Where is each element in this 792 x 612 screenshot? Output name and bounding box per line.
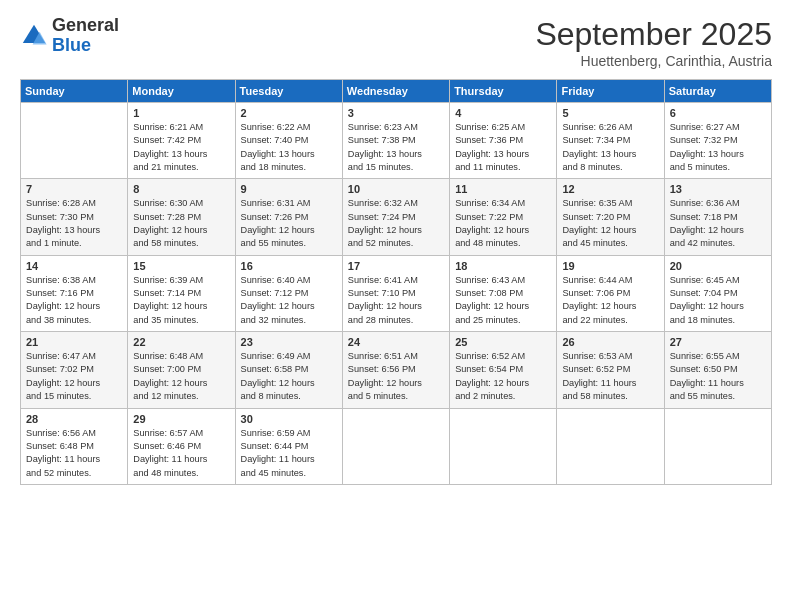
day-cell: 27Sunrise: 6:55 AMSunset: 6:50 PMDayligh… bbox=[664, 332, 771, 408]
day-number: 14 bbox=[26, 260, 122, 272]
day-number: 21 bbox=[26, 336, 122, 348]
day-number: 6 bbox=[670, 107, 766, 119]
day-number: 12 bbox=[562, 183, 658, 195]
day-number: 15 bbox=[133, 260, 229, 272]
day-cell: 25Sunrise: 6:52 AMSunset: 6:54 PMDayligh… bbox=[450, 332, 557, 408]
day-cell bbox=[21, 103, 128, 179]
day-cell: 23Sunrise: 6:49 AMSunset: 6:58 PMDayligh… bbox=[235, 332, 342, 408]
day-number: 1 bbox=[133, 107, 229, 119]
day-info: Sunrise: 6:53 AMSunset: 6:52 PMDaylight:… bbox=[562, 350, 658, 403]
day-number: 13 bbox=[670, 183, 766, 195]
day-info: Sunrise: 6:31 AMSunset: 7:26 PMDaylight:… bbox=[241, 197, 337, 250]
day-number: 29 bbox=[133, 413, 229, 425]
weekday-header-monday: Monday bbox=[128, 80, 235, 103]
day-info: Sunrise: 6:28 AMSunset: 7:30 PMDaylight:… bbox=[26, 197, 122, 250]
calendar-table: SundayMondayTuesdayWednesdayThursdayFrid… bbox=[20, 79, 772, 485]
day-number: 24 bbox=[348, 336, 444, 348]
day-cell: 18Sunrise: 6:43 AMSunset: 7:08 PMDayligh… bbox=[450, 255, 557, 331]
day-cell: 16Sunrise: 6:40 AMSunset: 7:12 PMDayligh… bbox=[235, 255, 342, 331]
day-cell: 13Sunrise: 6:36 AMSunset: 7:18 PMDayligh… bbox=[664, 179, 771, 255]
day-cell bbox=[664, 408, 771, 484]
day-cell: 4Sunrise: 6:25 AMSunset: 7:36 PMDaylight… bbox=[450, 103, 557, 179]
day-number: 3 bbox=[348, 107, 444, 119]
logo-blue: Blue bbox=[52, 35, 91, 55]
weekday-header-friday: Friday bbox=[557, 80, 664, 103]
day-info: Sunrise: 6:40 AMSunset: 7:12 PMDaylight:… bbox=[241, 274, 337, 327]
day-number: 7 bbox=[26, 183, 122, 195]
day-cell: 12Sunrise: 6:35 AMSunset: 7:20 PMDayligh… bbox=[557, 179, 664, 255]
day-info: Sunrise: 6:47 AMSunset: 7:02 PMDaylight:… bbox=[26, 350, 122, 403]
weekday-header-sunday: Sunday bbox=[21, 80, 128, 103]
day-info: Sunrise: 6:23 AMSunset: 7:38 PMDaylight:… bbox=[348, 121, 444, 174]
day-cell: 20Sunrise: 6:45 AMSunset: 7:04 PMDayligh… bbox=[664, 255, 771, 331]
day-cell: 24Sunrise: 6:51 AMSunset: 6:56 PMDayligh… bbox=[342, 332, 449, 408]
week-row-4: 21Sunrise: 6:47 AMSunset: 7:02 PMDayligh… bbox=[21, 332, 772, 408]
day-info: Sunrise: 6:35 AMSunset: 7:20 PMDaylight:… bbox=[562, 197, 658, 250]
weekday-header-row: SundayMondayTuesdayWednesdayThursdayFrid… bbox=[21, 80, 772, 103]
day-info: Sunrise: 6:52 AMSunset: 6:54 PMDaylight:… bbox=[455, 350, 551, 403]
weekday-header-tuesday: Tuesday bbox=[235, 80, 342, 103]
day-cell: 7Sunrise: 6:28 AMSunset: 7:30 PMDaylight… bbox=[21, 179, 128, 255]
weekday-header-wednesday: Wednesday bbox=[342, 80, 449, 103]
day-info: Sunrise: 6:27 AMSunset: 7:32 PMDaylight:… bbox=[670, 121, 766, 174]
day-number: 23 bbox=[241, 336, 337, 348]
day-number: 25 bbox=[455, 336, 551, 348]
day-info: Sunrise: 6:32 AMSunset: 7:24 PMDaylight:… bbox=[348, 197, 444, 250]
weekday-header-thursday: Thursday bbox=[450, 80, 557, 103]
week-row-5: 28Sunrise: 6:56 AMSunset: 6:48 PMDayligh… bbox=[21, 408, 772, 484]
day-number: 16 bbox=[241, 260, 337, 272]
logo-icon bbox=[20, 22, 48, 50]
day-cell: 14Sunrise: 6:38 AMSunset: 7:16 PMDayligh… bbox=[21, 255, 128, 331]
day-cell: 2Sunrise: 6:22 AMSunset: 7:40 PMDaylight… bbox=[235, 103, 342, 179]
header: General Blue September 2025 Huettenberg,… bbox=[20, 16, 772, 69]
day-info: Sunrise: 6:56 AMSunset: 6:48 PMDaylight:… bbox=[26, 427, 122, 480]
day-cell: 10Sunrise: 6:32 AMSunset: 7:24 PMDayligh… bbox=[342, 179, 449, 255]
day-info: Sunrise: 6:25 AMSunset: 7:36 PMDaylight:… bbox=[455, 121, 551, 174]
day-info: Sunrise: 6:26 AMSunset: 7:34 PMDaylight:… bbox=[562, 121, 658, 174]
day-cell bbox=[557, 408, 664, 484]
day-number: 28 bbox=[26, 413, 122, 425]
day-cell: 19Sunrise: 6:44 AMSunset: 7:06 PMDayligh… bbox=[557, 255, 664, 331]
day-info: Sunrise: 6:41 AMSunset: 7:10 PMDaylight:… bbox=[348, 274, 444, 327]
page: General Blue September 2025 Huettenberg,… bbox=[0, 0, 792, 612]
day-info: Sunrise: 6:36 AMSunset: 7:18 PMDaylight:… bbox=[670, 197, 766, 250]
day-cell bbox=[450, 408, 557, 484]
day-cell: 22Sunrise: 6:48 AMSunset: 7:00 PMDayligh… bbox=[128, 332, 235, 408]
week-row-3: 14Sunrise: 6:38 AMSunset: 7:16 PMDayligh… bbox=[21, 255, 772, 331]
month-title: September 2025 bbox=[535, 16, 772, 53]
day-info: Sunrise: 6:45 AMSunset: 7:04 PMDaylight:… bbox=[670, 274, 766, 327]
day-number: 17 bbox=[348, 260, 444, 272]
day-number: 18 bbox=[455, 260, 551, 272]
day-info: Sunrise: 6:55 AMSunset: 6:50 PMDaylight:… bbox=[670, 350, 766, 403]
day-info: Sunrise: 6:22 AMSunset: 7:40 PMDaylight:… bbox=[241, 121, 337, 174]
day-number: 20 bbox=[670, 260, 766, 272]
day-number: 26 bbox=[562, 336, 658, 348]
weekday-header-saturday: Saturday bbox=[664, 80, 771, 103]
day-info: Sunrise: 6:30 AMSunset: 7:28 PMDaylight:… bbox=[133, 197, 229, 250]
day-info: Sunrise: 6:34 AMSunset: 7:22 PMDaylight:… bbox=[455, 197, 551, 250]
day-number: 9 bbox=[241, 183, 337, 195]
day-cell: 15Sunrise: 6:39 AMSunset: 7:14 PMDayligh… bbox=[128, 255, 235, 331]
day-number: 8 bbox=[133, 183, 229, 195]
day-info: Sunrise: 6:57 AMSunset: 6:46 PMDaylight:… bbox=[133, 427, 229, 480]
logo-general: General bbox=[52, 15, 119, 35]
day-cell: 3Sunrise: 6:23 AMSunset: 7:38 PMDaylight… bbox=[342, 103, 449, 179]
day-number: 10 bbox=[348, 183, 444, 195]
day-cell: 21Sunrise: 6:47 AMSunset: 7:02 PMDayligh… bbox=[21, 332, 128, 408]
day-cell: 29Sunrise: 6:57 AMSunset: 6:46 PMDayligh… bbox=[128, 408, 235, 484]
day-cell: 1Sunrise: 6:21 AMSunset: 7:42 PMDaylight… bbox=[128, 103, 235, 179]
day-info: Sunrise: 6:21 AMSunset: 7:42 PMDaylight:… bbox=[133, 121, 229, 174]
week-row-2: 7Sunrise: 6:28 AMSunset: 7:30 PMDaylight… bbox=[21, 179, 772, 255]
day-number: 2 bbox=[241, 107, 337, 119]
day-number: 11 bbox=[455, 183, 551, 195]
day-info: Sunrise: 6:44 AMSunset: 7:06 PMDaylight:… bbox=[562, 274, 658, 327]
day-info: Sunrise: 6:43 AMSunset: 7:08 PMDaylight:… bbox=[455, 274, 551, 327]
week-row-1: 1Sunrise: 6:21 AMSunset: 7:42 PMDaylight… bbox=[21, 103, 772, 179]
location-subtitle: Huettenberg, Carinthia, Austria bbox=[535, 53, 772, 69]
day-cell: 11Sunrise: 6:34 AMSunset: 7:22 PMDayligh… bbox=[450, 179, 557, 255]
title-block: September 2025 Huettenberg, Carinthia, A… bbox=[535, 16, 772, 69]
day-number: 22 bbox=[133, 336, 229, 348]
day-info: Sunrise: 6:51 AMSunset: 6:56 PMDaylight:… bbox=[348, 350, 444, 403]
day-number: 4 bbox=[455, 107, 551, 119]
day-cell: 28Sunrise: 6:56 AMSunset: 6:48 PMDayligh… bbox=[21, 408, 128, 484]
